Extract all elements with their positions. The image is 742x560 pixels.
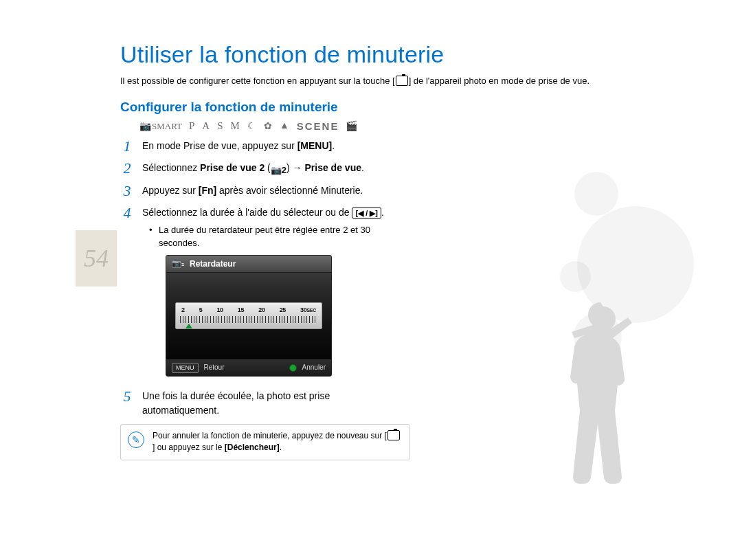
step-number: 5: [120, 389, 134, 417]
beauty-mode-icon: ✿: [264, 120, 273, 132]
step-body: Sélectionnez Prise de vue 2 (📷2) → Prise…: [142, 161, 402, 177]
mode-m: M: [231, 120, 240, 132]
step-body: Sélectionnez la durée à l'aide du sélect…: [142, 205, 402, 382]
lcd-menu-chip: MENU: [172, 363, 199, 373]
menu-key-label: [MENU]: [297, 140, 333, 151]
note-box: ✎ Pour annuler la fonction de minuterie,…: [120, 424, 410, 460]
page-title: Utiliser la fonction de minuterie: [120, 41, 629, 68]
step-body: Une fois la durée écoulée, la photo est …: [142, 389, 402, 417]
intro-prefix: Il est possible de configurer cette fonc…: [120, 76, 395, 86]
lcd-footer: MENU Retour Annuler: [166, 359, 331, 376]
mode-indicator-row: 📷SMART P A S M ☾ ✿ ▲ SCENE 🎬: [139, 120, 629, 132]
lcd-preview: 📷₂ Retardateur 2 5 10 15 20: [166, 255, 332, 377]
lcd-ok-icon: [289, 364, 297, 372]
movie-mode-icon: 🎬: [346, 120, 358, 132]
step-number: 2: [120, 161, 134, 177]
section-heading: Configurer la fonction de minuterie: [120, 100, 629, 115]
step-3: 3 Appuyez sur [Fn] après avoir sélection…: [120, 183, 402, 199]
page-number: 54: [84, 244, 109, 273]
bubble-icon: [574, 172, 618, 216]
lcd-header-icon: 📷₂: [172, 258, 184, 269]
lcd-body: 2 5 10 15 20 25 30SEC: [166, 272, 331, 359]
bubble-icon: [560, 261, 591, 292]
manual-page: 54 Utiliser la fonction de minuterie Il …: [0, 0, 742, 560]
shutter-key-label: [Déclencheur]: [225, 443, 280, 452]
step-body: En mode Prise de vue, appuyez sur [MENU]…: [142, 139, 402, 154]
dial-track: [180, 316, 317, 323]
page-number-tab: 54: [76, 230, 117, 287]
step-4: 4 Sélectionnez la durée à l'aide du séle…: [120, 205, 402, 382]
night-mode-icon: ☾: [247, 120, 257, 132]
lcd-cancel-label: Annuler: [302, 363, 326, 373]
scene-mode-label: SCENE: [297, 120, 339, 132]
note-icon: ✎: [128, 432, 144, 448]
left-right-key-label: [◀ / ▶]: [352, 208, 381, 219]
step-body: Appuyez sur [Fn] après avoir sélectionné…: [142, 183, 402, 199]
note-text: Pour annuler la fonction de minuterie, a…: [153, 430, 403, 454]
step-number: 3: [120, 183, 134, 199]
intro-text: Il est possible de configurer cette fonc…: [120, 75, 629, 87]
steps-list: 1 En mode Prise de vue, appuyez sur [MEN…: [120, 139, 402, 417]
step-2: 2 Sélectionnez Prise de vue 2 (📷2) → Pri…: [120, 161, 402, 177]
smart-mode-icon: 📷SMART: [139, 120, 182, 132]
step-4-note: La durée du retardateur peut être réglée…: [149, 224, 402, 250]
lcd-back-label: Retour: [204, 363, 225, 373]
dial-ticks: 2 5 10 15 20 25 30SEC: [180, 306, 317, 315]
step-number: 4: [120, 205, 134, 382]
lcd-header: 📷₂ Retardateur: [166, 256, 331, 273]
decorative-illustration: [467, 165, 701, 508]
timer-dial: 2 5 10 15 20 25 30SEC: [175, 302, 322, 329]
mode-s: S: [217, 120, 223, 132]
step-number: 1: [120, 139, 134, 154]
step-1: 1 En mode Prise de vue, appuyez sur [MEN…: [120, 139, 402, 154]
lcd-title: Retardateur: [190, 258, 236, 270]
mode-p: P: [189, 120, 195, 132]
camera2-icon: 📷2: [271, 164, 286, 177]
intro-suffix: ] de l'appareil photo en mode de prise d…: [409, 76, 589, 86]
timer-button-icon: [387, 430, 401, 440]
fn-key-label: [Fn]: [199, 185, 216, 196]
landscape-mode-icon: ▲: [280, 120, 290, 131]
timer-button-icon: [395, 76, 409, 86]
child-silhouette-icon: [536, 302, 653, 508]
mode-a: A: [202, 120, 210, 132]
step-4-sublist: La durée du retardateur peut être réglée…: [149, 224, 402, 250]
step-5: 5 Une fois la durée écoulée, la photo es…: [120, 389, 402, 417]
dial-unit: SEC: [306, 308, 316, 313]
